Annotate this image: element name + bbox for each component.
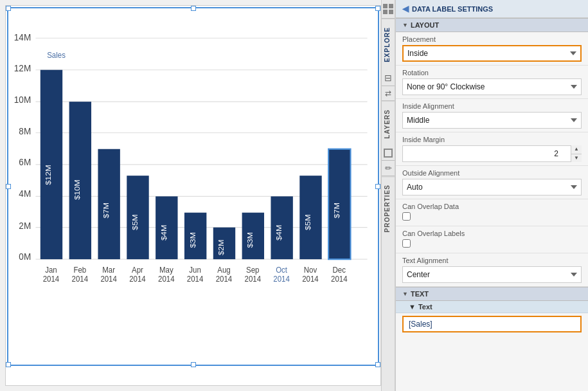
svg-text:Nov: Nov [304,265,317,275]
resize-handle-tl[interactable] [6,6,11,11]
svg-text:2014: 2014 [158,274,175,284]
layers-icon[interactable]: ⊟ [384,73,392,83]
inside-alignment-label: Inside Alignment [402,102,582,110]
svg-text:Apr: Apr [132,265,143,275]
svg-text:2014: 2014 [187,274,204,284]
text-sub-label: Text [418,303,432,311]
svg-text:2014: 2014 [216,274,233,284]
inside-margin-group: Inside Margin ▲ ▼ [396,132,588,166]
swap-icon[interactable]: ⇄ [385,89,391,98]
number-spinners: ▲ ▼ [571,145,582,162]
back-icon[interactable]: ◀ [402,4,409,14]
sidebar-icons: EXPLORE ⊟ ⇄ LAYERS ✏ PROPERTIES [381,0,395,391]
svg-text:2014: 2014 [245,274,262,284]
svg-text:2014: 2014 [43,274,60,284]
svg-text:$5M: $5M [131,214,139,230]
square-icon[interactable] [384,149,393,158]
text-alignment-label: Text Alignment [402,257,582,264]
resize-handle-tc[interactable] [191,6,196,11]
svg-text:Sep: Sep [246,265,260,275]
svg-text:Jan: Jan [45,265,57,275]
svg-text:2014: 2014 [100,274,117,284]
svg-text:$4M: $4M [159,224,168,241]
can-overlap-labels-label: Can Overlap Labels [402,230,582,237]
can-overlap-labels-checkbox[interactable] [402,239,411,248]
svg-text:Mar: Mar [102,265,115,275]
svg-text:$10M: $10M [73,179,82,200]
resize-handle-br[interactable] [375,362,380,367]
section-triangle-text: ▼ [402,291,408,297]
text-value-container[interactable]: [Sales] [402,316,582,332]
grid-icon[interactable] [383,4,393,14]
svg-text:$3M: $3M [188,232,197,248]
outside-alignment-select-wrapper: Auto Top Bottom Left Right [402,179,582,196]
text-alignment-select-wrapper: Center Left Right [402,266,582,283]
can-overlap-data-group: Can Overlap Data [396,199,588,226]
spinner-up[interactable]: ▲ [571,145,582,154]
inside-alignment-group: Inside Alignment Middle Top Bottom Cente… [396,99,588,132]
svg-text:$3M: $3M [246,232,254,248]
svg-text:Oct: Oct [276,265,287,275]
svg-text:2014: 2014 [72,274,89,284]
resize-handle-tr[interactable] [375,6,380,11]
can-overlap-labels-group: Can Overlap Labels [396,226,588,253]
rotation-select[interactable]: None or 90° Clockwise None 90° Clockwise… [402,78,582,95]
svg-text:2014: 2014 [331,274,348,284]
outside-alignment-select[interactable]: Auto Top Bottom Left Right [402,179,582,196]
text-section-label: TEXT [411,290,429,298]
spinner-down[interactable]: ▼ [571,154,582,163]
svg-text:$4M: $4M [275,224,283,241]
svg-text:12M: 12M [14,62,31,73]
placement-select[interactable]: Inside Outside Center None [402,45,582,62]
text-sub-section: ▼ Text [396,301,588,313]
svg-text:Aug: Aug [217,265,230,275]
outside-alignment-group: Outside Alignment Auto Top Bottom Left R… [396,166,588,199]
svg-text:0M: 0M [19,251,31,262]
sidebar-item-explore[interactable]: EXPLORE [382,19,395,70]
can-overlap-data-checkbox[interactable] [402,212,411,221]
svg-text:Dec: Dec [333,265,346,275]
chart-area: 14M 12M 10M 8M 6M 4M 2M 0M Sales $12M $1… [5,5,381,386]
inside-margin-wrapper: ▲ ▼ [402,145,582,162]
rotation-group: Rotation None or 90° Clockwise None 90° … [396,66,588,99]
text-alignment-group: Text Alignment Center Left Right [396,253,588,287]
svg-text:2014: 2014 [129,274,146,284]
text-alignment-select[interactable]: Center Left Right [402,266,582,283]
inside-margin-input[interactable] [402,145,582,162]
resize-handle-bl[interactable] [6,362,11,367]
placement-select-wrapper: Inside Outside Center None [402,45,582,62]
svg-text:4M: 4M [19,188,31,199]
right-panel: ◀ DATA LABEL SETTINGS ▼ LAYOUT Placement… [395,0,588,391]
svg-text:$5M: $5M [304,214,312,230]
paint-icon[interactable]: ✏ [385,163,392,173]
sidebar-item-layers[interactable]: LAYERS [382,101,395,147]
can-overlap-data-label: Can Overlap Data [402,203,582,210]
placement-label: Placement [402,35,582,43]
sidebar-item-properties[interactable]: PROPERTIES [382,176,395,240]
rotation-select-wrapper: None or 90° Clockwise None 90° Clockwise… [402,78,582,95]
svg-text:$7M: $7M [102,203,111,219]
rotation-label: Rotation [402,69,582,77]
inside-margin-label: Inside Margin [402,136,582,143]
inside-alignment-select[interactable]: Middle Top Bottom Center [402,112,582,129]
svg-text:8M: 8M [19,125,31,136]
panel-title: DATA LABEL SETTINGS [412,5,493,13]
resize-handle-mr[interactable] [375,184,380,189]
svg-text:$7M: $7M [332,203,341,219]
svg-text:14M: 14M [14,32,31,42]
svg-text:2014: 2014 [302,274,319,284]
layout-section-header: ▼ LAYOUT [396,18,588,32]
svg-text:Jun: Jun [189,265,200,275]
outside-alignment-label: Outside Alignment [402,169,582,177]
svg-text:2014: 2014 [273,274,290,284]
svg-text:Feb: Feb [73,265,86,275]
resize-handle-ml[interactable] [6,184,11,189]
svg-text:$2M: $2M [217,239,226,255]
svg-text:Sales: Sales [47,51,66,60]
layout-label: LAYOUT [411,21,439,29]
placement-group: Placement Inside Outside Center None [396,32,588,66]
svg-text:2M: 2M [19,220,31,231]
text-section-header: ▼ TEXT [396,287,588,301]
inside-alignment-select-wrapper: Middle Top Bottom Center [402,112,582,129]
text-value: [Sales] [409,320,432,329]
